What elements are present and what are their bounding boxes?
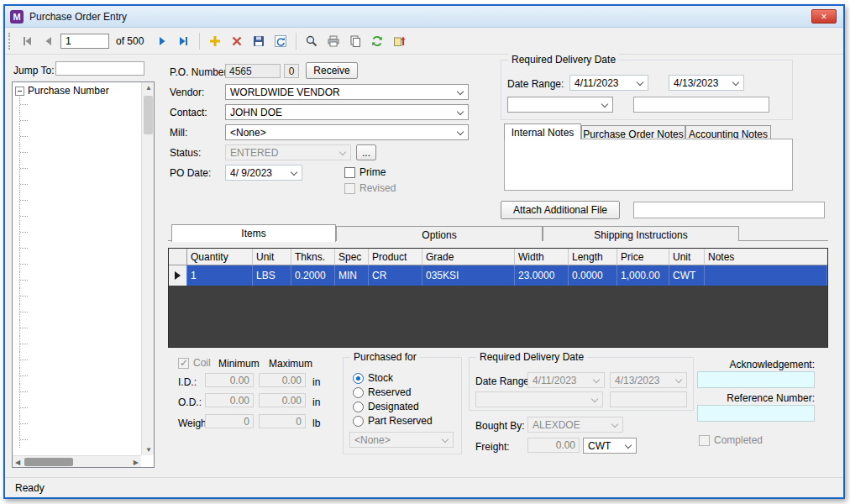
contact-combo[interactable]: JOHN DOE [225,104,469,120]
tree-node-stub[interactable] [19,384,154,400]
grid-column-notes[interactable]: Notes [705,249,827,265]
po-date-picker[interactable]: 4/ 9/2023 [225,165,302,181]
tree-node-stub[interactable] [19,416,154,432]
tree-node-stub[interactable] [19,144,154,160]
save-button[interactable] [249,31,269,51]
status-browse-button[interactable]: ... [356,144,376,160]
checkbox-box[interactable] [344,167,355,178]
completed-checkbox[interactable]: Completed [699,434,763,446]
grid-column-thkns[interactable]: Thkns. [291,249,335,265]
grid-column-spec[interactable]: Spec [335,249,369,265]
record-number-input[interactable] [60,34,109,49]
jump-to-input[interactable] [55,61,144,76]
print-button[interactable] [323,31,344,51]
tree-node-stub[interactable] [19,208,154,224]
grid-column-grade[interactable]: Grade [422,249,515,265]
checkbox-box[interactable] [699,435,710,446]
nav-next-button[interactable] [152,31,172,51]
tree-root-node[interactable]: Purchase Number [13,82,154,97]
delivery-to-date-picker[interactable]: 4/13/2023 [669,75,744,91]
radio-dot[interactable] [353,387,364,398]
radio-designated[interactable]: Designated [353,401,419,412]
mill-combo[interactable]: <None> [225,124,469,140]
grid-cell-unit[interactable]: LBS [253,265,291,286]
grid-cell-spec[interactable]: MIN [335,265,369,286]
grid-selected-row[interactable]: 1 LBS 0.2000 MIN CR 035KSI 23.0000 0.000… [169,265,827,286]
radio-dot[interactable] [353,373,364,384]
tree-node-stub[interactable] [19,304,154,320]
grid-column-quantity[interactable]: Quantity [187,249,253,265]
grid-cell-quantity[interactable]: 1 [187,265,253,286]
tree-node-stub[interactable] [19,256,154,272]
acknowledgement-input[interactable] [697,371,815,388]
grid-cell-price[interactable]: 1,000.00 [617,265,669,286]
add-record-button[interactable] [205,31,225,51]
grid-cell-price-unit[interactable]: CWT [669,265,705,286]
tab-options[interactable]: Options [336,226,543,241]
nav-first-button[interactable] [17,31,37,51]
po-revision-input[interactable] [284,64,299,78]
tree-vscroll-thumb[interactable] [144,96,153,134]
grid-column-width[interactable]: Width [515,249,569,265]
grid-column-price-unit[interactable]: Unit [669,249,705,265]
tree-node-stub[interactable] [19,336,154,352]
radio-dot[interactable] [353,416,364,427]
scroll-right-arrow-icon[interactable]: ▶ [134,459,139,466]
purchased-for-none-combo[interactable]: <None> [349,432,454,448]
grid-column-length[interactable]: Length [569,249,617,265]
nav-last-button[interactable] [174,31,194,51]
attach-file-button[interactable]: Attach Additional File [501,201,620,219]
tree-node-stub[interactable] [19,129,154,144]
scroll-down-arrow-icon[interactable]: ▼ [145,446,152,454]
grid-cell-width[interactable]: 23.0000 [515,265,569,286]
tree-node-stub[interactable] [19,113,154,129]
scroll-left-arrow-icon[interactable]: ◀ [15,459,20,466]
grid-column-product[interactable]: Product [369,249,422,265]
tree-node-stub[interactable] [19,288,154,304]
radio-part-reserved[interactable]: Part Reserved [353,415,433,427]
grid-cell-length[interactable]: 0.0000 [569,265,617,286]
grid-cell-thkns[interactable]: 0.2000 [291,265,335,286]
receive-button[interactable]: Receive [306,62,358,79]
grid-cell-grade[interactable]: 035KSI [422,265,515,286]
toolbar-grip[interactable] [8,33,13,50]
row-selector-arrow-icon[interactable] [169,265,187,286]
tree-node-stub[interactable] [19,176,154,192]
copy-button[interactable] [345,31,365,51]
delete-record-button[interactable] [227,31,247,51]
vendor-combo[interactable]: WORLDWIDE VENDOR [225,84,469,100]
scroll-up-arrow-icon[interactable]: ▲ [145,84,152,92]
tab-accounting-notes[interactable]: Accounting Notes [685,125,771,139]
tree-node-stub[interactable] [19,192,154,208]
tree-node-stub[interactable] [19,272,154,288]
tab-shipping-instructions[interactable]: Shipping Instructions [543,226,739,241]
tree-node-stub[interactable] [19,240,154,256]
attached-file-input[interactable] [633,202,825,218]
tab-items[interactable]: Items [171,224,336,242]
tab-purchase-order-notes[interactable]: Purchase Order Notes [581,125,685,139]
internal-notes-textarea[interactable] [504,139,793,191]
tree-node-stub[interactable] [19,352,154,368]
tree-node-stub[interactable] [19,320,154,336]
reference-number-input[interactable] [697,405,815,422]
radio-dot[interactable] [353,402,364,412]
tree-vertical-scrollbar[interactable]: ▲ ▼ [141,82,154,455]
freight-unit-combo[interactable]: CWT [583,438,637,454]
tree-hscroll-thumb[interactable] [24,458,73,466]
reload-document-button[interactable] [367,31,387,51]
tree-horizontal-scrollbar[interactable]: ◀ ▶ [13,455,141,467]
delivery-from-date-picker[interactable]: 4/11/2023 [569,75,648,91]
tree-node-stub[interactable] [19,160,154,176]
po-number-input[interactable] [225,64,281,78]
tree-node-stub[interactable] [19,224,154,240]
delivery-extra-input[interactable] [633,97,769,113]
undo-refresh-button[interactable] [270,31,291,51]
tree-collapse-icon[interactable] [15,87,24,96]
nav-prev-button[interactable] [39,31,59,51]
grid-cell-product[interactable]: CR [369,265,422,286]
tree-node-stub[interactable] [19,432,154,448]
grid-column-unit[interactable]: Unit [253,249,291,265]
bought-by-combo[interactable]: ALEXDOE [527,417,623,433]
grid-cell-notes[interactable] [705,265,827,286]
tab-internal-notes[interactable]: Internal Notes [504,123,581,139]
